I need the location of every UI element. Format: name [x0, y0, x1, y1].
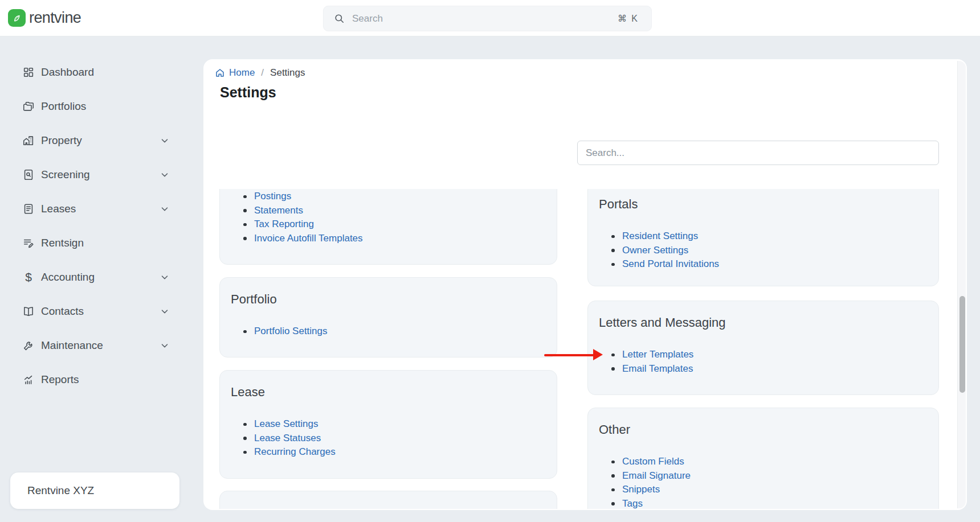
settings-card-partial-bottom [219, 491, 557, 509]
settings-link[interactable]: Custom Fields [614, 455, 927, 469]
chevron-down-icon [160, 272, 170, 282]
settings-card-title: Portfolio [231, 291, 545, 307]
sidebar-item-accounting[interactable]: $ Accounting [0, 260, 203, 294]
sidebar-item-dashboard[interactable]: Dashboard [0, 55, 203, 89]
settings-link[interactable]: Postings [246, 190, 545, 204]
wrench-icon [22, 339, 35, 352]
clipboard-icon [22, 202, 35, 216]
sidebar-item-rentsign[interactable]: Rentsign [0, 226, 203, 260]
settings-link[interactable]: Recurring Charges [246, 445, 545, 459]
settings-card-partial-top: PostingsStatementsTax ReportingInvoice A… [219, 189, 557, 265]
settings-search-input[interactable] [577, 141, 939, 165]
settings-card-other: Other Custom FieldsEmail SignatureSnippe… [587, 408, 939, 509]
organization-card[interactable]: Rentvine XYZ [10, 472, 179, 509]
settings-card-title: Letters and Messaging [599, 315, 927, 331]
settings-card-letters-messaging: Letters and Messaging Letter TemplatesEm… [587, 301, 939, 395]
settings-link[interactable]: Email Signature [614, 469, 927, 483]
sidebar-item-contacts[interactable]: Contacts [0, 294, 203, 328]
sidebar-item-portfolios[interactable]: Portfolios [0, 89, 203, 124]
settings-link[interactable]: Letter Templates [614, 348, 927, 362]
settings-link[interactable]: Tax Reporting [246, 217, 545, 232]
dashboard-grid-icon [22, 65, 35, 79]
rentvine-logo[interactable]: rentvine [8, 9, 81, 27]
sidebar-item-reports[interactable]: Reports [0, 363, 203, 397]
settings-card-title: Lease [231, 384, 545, 400]
settings-link[interactable]: Tags [614, 497, 927, 509]
sidebar: Dashboard Portfolios Property [0, 36, 203, 522]
topbar: rentvine Search ⌘ K [0, 0, 980, 36]
settings-link[interactable]: Portfolio Settings [246, 324, 545, 339]
settings-link[interactable]: Resident Settings [614, 229, 927, 244]
breadcrumb-separator: / [261, 67, 264, 79]
search-shortcut-hint: ⌘ K [618, 13, 639, 24]
document-search-icon [22, 168, 35, 182]
sidebar-item-maintenance[interactable]: Maintenance [0, 328, 203, 363]
sidebar-item-property[interactable]: Property [0, 124, 203, 158]
settings-card-title: Other [599, 422, 927, 438]
chevron-down-icon [160, 306, 170, 317]
lines-pen-icon [22, 236, 35, 250]
breadcrumb-home-link[interactable]: Home [229, 67, 255, 79]
main-panel: Home / Settings Settings PostingsStateme… [203, 59, 967, 510]
settings-link[interactable]: Statements [246, 204, 545, 218]
panel-scrollbar[interactable] [957, 61, 966, 508]
breadcrumb-current: Settings [270, 67, 305, 79]
sidebar-item-screening[interactable]: Screening [0, 158, 203, 192]
breadcrumb: Home / Settings [215, 66, 305, 80]
organization-name: Rentvine XYZ [27, 484, 94, 497]
settings-link[interactable]: Owner Settings [614, 244, 927, 258]
settings-card-lease: Lease Lease SettingsLease StatusesRecurr… [219, 370, 557, 479]
sidebar-nav: Dashboard Portfolios Property [0, 36, 203, 397]
chevron-down-icon [160, 135, 170, 146]
home-icon[interactable] [215, 68, 225, 78]
settings-card-portals: Portals Resident SettingsOwner SettingsS… [587, 189, 939, 286]
sidebar-item-leases[interactable]: Leases [0, 192, 203, 226]
chevron-down-icon [160, 204, 170, 214]
settings-link[interactable]: Lease Settings [246, 417, 545, 431]
settings-link[interactable]: Invoice Autofill Templates [246, 232, 545, 246]
chart-icon [22, 373, 35, 387]
page-title: Settings [220, 84, 276, 101]
global-search-input[interactable]: Search ⌘ K [323, 6, 652, 31]
chevron-down-icon [160, 340, 170, 351]
settings-column-left: PostingsStatementsTax ReportingInvoice A… [219, 189, 557, 509]
open-book-icon [22, 305, 35, 318]
settings-link[interactable]: Email Templates [614, 362, 927, 376]
settings-link[interactable]: Lease Statuses [246, 431, 545, 446]
settings-column-right: Portals Resident SettingsOwner SettingsS… [587, 189, 939, 509]
chevron-down-icon [160, 170, 170, 180]
settings-cards-scroll-area: PostingsStatementsTax ReportingInvoice A… [219, 189, 939, 509]
settings-link[interactable]: Send Portal Invitations [614, 257, 927, 272]
magnifier-icon [334, 13, 345, 24]
scrollbar-thumb[interactable] [959, 296, 965, 393]
settings-card-title: Portals [599, 196, 927, 212]
settings-link[interactable]: Snippets [614, 483, 927, 497]
global-search-placeholder: Search [352, 13, 618, 24]
settings-card-portfolio: Portfolio Portfolio Settings [219, 277, 557, 357]
building-home-icon [22, 134, 35, 147]
dollar-icon: $ [22, 270, 35, 284]
rentvine-leaf-icon [8, 9, 26, 27]
logo-wordmark: rentvine [29, 9, 81, 27]
folders-icon [22, 100, 35, 113]
